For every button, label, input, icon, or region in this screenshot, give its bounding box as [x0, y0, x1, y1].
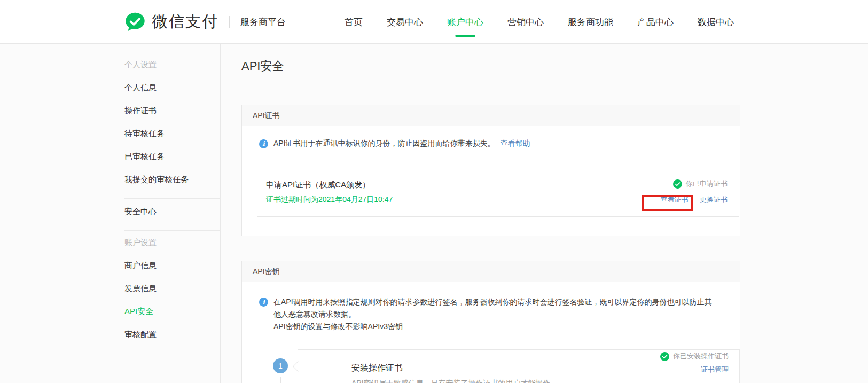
sidebar-item-my-submitted-review-tasks[interactable]: 我提交的审核任务: [124, 175, 189, 184]
step-1-description: API密钥属于敏感信息，只有安装了操作证书的用户才能操作: [351, 379, 726, 383]
info-circle-icon: i: [259, 298, 268, 307]
logo-divider: [229, 16, 230, 28]
nav-item-account-center[interactable]: 账户中心: [447, 16, 483, 28]
step-rail: 1: [273, 349, 288, 383]
certificate-actions: 你已申请证书 查看证书 更换证书: [660, 179, 728, 205]
sidebar-item-review-config[interactable]: 审核配置: [124, 330, 157, 339]
sidebar-item-api-security[interactable]: API安全: [124, 307, 153, 316]
sidebar-divider: [124, 230, 221, 231]
apply-certificate-box: 申请API证书（权威CA颁发） 证书过期时间为2021年04月27日10:47 …: [257, 171, 739, 217]
sidebar: 个人设置 个人信息 操作证书 待审核任务 已审核任务 我提交的审核任务 安全中心…: [0, 44, 221, 383]
top-header: 微信支付 服务商平台 首页 交易中心 账户中心 营销中心 服务商功能 产品中心 …: [0, 0, 868, 44]
nav-item-data-center[interactable]: 数据中心: [698, 16, 734, 28]
step-1-status-text: 你已安装操作证书: [673, 351, 729, 361]
nav-item-home[interactable]: 首页: [345, 16, 363, 28]
api-key-info-row: i 在API调用时用来按照指定规则对你的请求参数进行签名，服务器收到你的请求时会…: [259, 296, 740, 333]
api-certificate-card-body: i API证书用于在通讯中标识你的身份，防止因盗用而给你带来损失。 查看帮助 申…: [242, 126, 740, 236]
sidebar-item-merchant-info[interactable]: 商户信息: [124, 261, 157, 270]
nav-item-transaction-center[interactable]: 交易中心: [387, 16, 423, 28]
step-1-actions: 你已安装操作证书 证书管理: [660, 351, 729, 374]
sidebar-item-invoice-info[interactable]: 发票信息: [124, 284, 157, 293]
sidebar-item-pending-review-tasks[interactable]: 待审核任务: [124, 129, 165, 138]
platform-name: 服务商平台: [240, 16, 286, 28]
title-divider: [241, 88, 740, 88]
sidebar-section-personal-settings: 个人设置: [124, 60, 220, 69]
check-circle-icon: [660, 352, 669, 361]
sidebar-divider: [124, 198, 221, 199]
wechat-pay-merchant-platform: 微信支付 服务商平台 首页 交易中心 账户中心 营销中心 服务商功能 产品中心 …: [0, 0, 868, 383]
certificate-expiry-text: 证书过期时间为2021年04月27日10:47: [266, 195, 393, 205]
brand-name: 微信支付: [152, 11, 218, 33]
api-key-card-body: i 在API调用时用来按照指定规则对你的请求参数进行签名，服务器收到你的请求时会…: [242, 282, 740, 383]
main-nav: 首页 交易中心 账户中心 营销中心 服务商功能 产品中心 数据中心: [345, 0, 734, 44]
nav-item-service-provider-features[interactable]: 服务商功能: [568, 16, 613, 28]
certificate-status: 你已申请证书: [660, 179, 728, 189]
nav-item-product-center[interactable]: 产品中心: [637, 16, 674, 28]
apply-certificate-title: 申请API证书（权威CA颁发）: [266, 180, 393, 190]
step-timeline-connector: [280, 377, 281, 383]
page-title: API安全: [241, 58, 740, 74]
install-operation-certificate-box: 安装操作证书 API密钥属于敏感信息，只有安装了操作证书的用户才能操作 你已安装…: [298, 349, 740, 383]
certificate-manage-link[interactable]: 证书管理: [701, 365, 729, 374]
replace-certificate-link[interactable]: 更换证书: [700, 196, 728, 204]
sidebar-item-operation-certificate[interactable]: 操作证书: [124, 106, 157, 115]
api-certificate-card: API证书 i API证书用于在通讯中标识你的身份，防止因盗用而给你带来损失。 …: [241, 105, 740, 236]
step-1-row: 1 安装操作证书 API密钥属于敏感信息，只有安装了操作证书的用户才能操作: [259, 349, 740, 383]
api-key-card-header: API密钥: [242, 261, 740, 282]
step-1-number-badge: 1: [273, 358, 288, 373]
certificate-status-text: 你已申请证书: [686, 179, 728, 189]
sidebar-section-account-settings: 账户设置: [124, 238, 220, 247]
certificate-description: 申请API证书（权威CA颁发） 证书过期时间为2021年04月27日10:47: [266, 180, 393, 205]
main-content: API安全 API证书 i API证书用于在通讯中标识你的身份，防止因盗用而给你…: [241, 44, 740, 383]
info-circle-icon: i: [259, 139, 268, 148]
api-key-info-line1: 在API调用时用来按照指定规则对你的请求参数进行签名，服务器收到你的请求时会进行…: [273, 296, 718, 321]
api-key-info-text: 在API调用时用来按照指定规则对你的请求参数进行签名，服务器收到你的请求时会进行…: [273, 296, 718, 333]
wechat-pay-bubble-check-icon: [124, 11, 146, 33]
step-1-status: 你已安装操作证书: [660, 351, 729, 361]
brand-logo[interactable]: 微信支付 服务商平台: [124, 0, 286, 44]
sidebar-item-reviewed-tasks[interactable]: 已审核任务: [124, 152, 165, 161]
api-certificate-card-header: API证书: [242, 105, 740, 126]
nav-item-marketing-center[interactable]: 营销中心: [507, 16, 544, 28]
sidebar-item-security-center[interactable]: 安全中心: [124, 207, 157, 216]
api-key-info-line2: API密钥的设置与修改不影响APIv3密钥: [273, 321, 718, 333]
certificate-info-text: API证书用于在通讯中标识你的身份，防止因盗用而给你带来损失。: [273, 139, 495, 148]
view-help-link[interactable]: 查看帮助: [501, 139, 530, 148]
api-key-card: API密钥 i 在API调用时用来按照指定规则对你的请求参数进行签名，服务器收到…: [241, 261, 740, 383]
view-certificate-link[interactable]: 查看证书: [660, 196, 688, 204]
sidebar-item-personal-info[interactable]: 个人信息: [124, 83, 157, 92]
certificate-links: 查看证书 更换证书: [660, 195, 728, 205]
certificate-info-row: i API证书用于在通讯中标识你的身份，防止因盗用而给你带来损失。 查看帮助: [259, 139, 530, 148]
check-circle-icon: [673, 179, 682, 189]
